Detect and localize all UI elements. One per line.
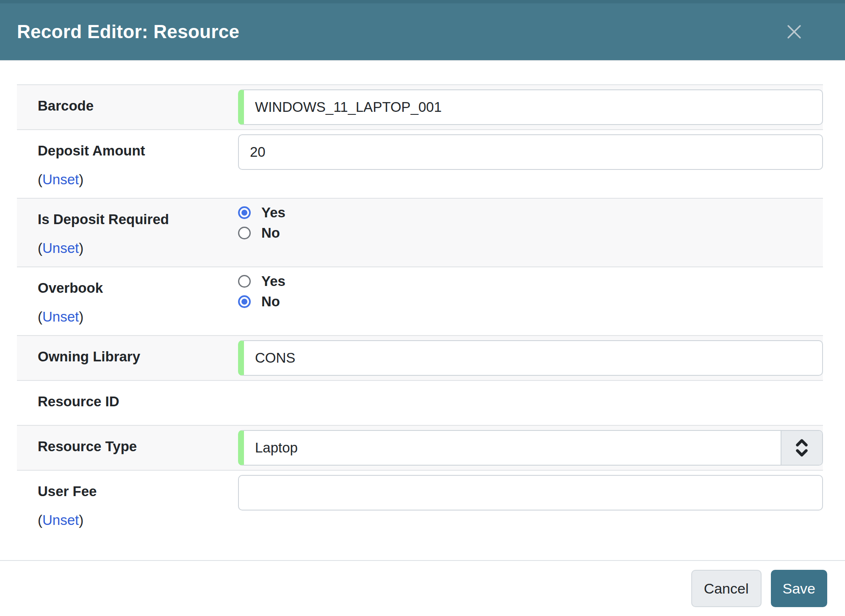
paren-open: ( (38, 512, 42, 528)
select-stepper[interactable] (781, 431, 822, 465)
form-row-is-deposit-required: Is Deposit Required(Unset)YesNo (17, 199, 823, 267)
field-label-col: Deposit Amount(Unset) (17, 134, 238, 194)
input-value: 20 (250, 144, 266, 160)
record-editor-dialog: Record Editor: Resource BarcodeWINDOWS_1… (0, 0, 845, 616)
input-value: CONS (255, 350, 295, 366)
field-label: Barcode (38, 98, 230, 114)
unset-control: (Unset) (38, 512, 230, 528)
is-deposit-required-radio-group: YesNo (238, 203, 823, 241)
paren-open: ( (38, 172, 42, 187)
field-control-col: YesNo (238, 203, 823, 241)
radio-button-icon (238, 295, 251, 308)
radio-dot (241, 299, 247, 305)
field-control-col: YesNo (238, 272, 823, 310)
unset-link-overbook[interactable]: Unset (42, 309, 79, 325)
field-control-col: CONS (238, 340, 823, 376)
field-label-col: Is Deposit Required(Unset) (17, 203, 238, 262)
radio-dot (241, 210, 247, 216)
form-row-barcode: BarcodeWINDOWS_11_LAPTOP_001 (17, 85, 823, 130)
radio-option-label: Yes (261, 273, 285, 289)
cancel-button[interactable]: Cancel (691, 570, 762, 607)
field-control-col: WINDOWS_11_LAPTOP_001 (238, 89, 823, 125)
form-row-resource-id: Resource ID (17, 381, 823, 426)
unset-link-is-deposit-required[interactable]: Unset (42, 240, 79, 256)
dialog-footer: Cancel Save (0, 560, 845, 616)
field-label: Owning Library (38, 349, 230, 365)
form-row-deposit-amount: Deposit Amount(Unset)20 (17, 130, 823, 199)
close-button[interactable] (787, 24, 802, 39)
select-value: Laptop (244, 431, 781, 465)
field-label-col: Resource ID (17, 385, 238, 416)
owning-library-input[interactable]: CONS (238, 340, 823, 376)
radio-button-icon (238, 275, 251, 288)
unset-link-user-fee[interactable]: Unset (42, 512, 79, 528)
paren-close: ) (79, 240, 83, 256)
field-label-col: Overbook(Unset) (17, 272, 238, 331)
close-icon (787, 24, 802, 39)
unset-link-deposit-amount[interactable]: Unset (42, 172, 79, 187)
dialog-header: Record Editor: Resource (0, 0, 845, 61)
paren-close: ) (79, 309, 83, 325)
dialog-title: Record Editor: Resource (17, 21, 239, 42)
radio-option-label: Yes (261, 205, 285, 221)
radio-button-icon (238, 206, 251, 219)
radio-option-label: No (261, 294, 280, 310)
radio-option-is-deposit-required-yes[interactable]: Yes (238, 205, 823, 221)
paren-close: ) (79, 512, 83, 528)
form-row-user-fee: User Fee(Unset) (17, 471, 823, 538)
field-label-col: Resource Type (17, 430, 238, 461)
field-control-col: 20 (238, 134, 823, 170)
radio-option-is-deposit-required-no[interactable]: No (238, 225, 823, 241)
field-control-col: Laptop (238, 430, 823, 466)
field-label-col: Owning Library (17, 340, 238, 371)
field-label-col: Barcode (17, 89, 238, 120)
field-label: Deposit Amount (38, 143, 230, 159)
overbook-radio-group: YesNo (238, 272, 823, 310)
paren-close: ) (79, 172, 83, 187)
user-fee-input[interactable] (238, 475, 823, 511)
field-label: Is Deposit Required (38, 211, 230, 228)
form-row-resource-type: Resource TypeLaptop (17, 426, 823, 471)
field-label: Resource ID (38, 394, 230, 410)
field-label: Resource Type (38, 438, 230, 455)
field-label: Overbook (38, 280, 230, 296)
field-label: User Fee (38, 483, 230, 499)
field-control-col (238, 475, 823, 511)
unset-control: (Unset) (38, 172, 230, 188)
form-row-owning-library: Owning LibraryCONS (17, 336, 823, 381)
radio-button-icon (238, 227, 251, 239)
field-label-col: User Fee(Unset) (17, 475, 238, 534)
deposit-amount-input[interactable]: 20 (238, 134, 823, 170)
dialog-body: BarcodeWINDOWS_11_LAPTOP_001Deposit Amou… (0, 61, 845, 560)
barcode-input[interactable]: WINDOWS_11_LAPTOP_001 (238, 89, 823, 125)
form-table: BarcodeWINDOWS_11_LAPTOP_001Deposit Amou… (17, 84, 823, 538)
paren-open: ( (38, 240, 42, 256)
form-row-overbook: Overbook(Unset)YesNo (17, 267, 823, 336)
chevron-up-down-icon (794, 438, 809, 458)
radio-option-overbook-yes[interactable]: Yes (238, 273, 823, 289)
paren-open: ( (38, 309, 42, 325)
unset-control: (Unset) (38, 240, 230, 256)
unset-control: (Unset) (38, 309, 230, 325)
radio-option-overbook-no[interactable]: No (238, 294, 823, 310)
radio-option-label: No (261, 225, 280, 241)
input-value: WINDOWS_11_LAPTOP_001 (255, 99, 442, 115)
save-button[interactable]: Save (771, 570, 828, 607)
resource-type-select[interactable]: Laptop (238, 430, 823, 466)
